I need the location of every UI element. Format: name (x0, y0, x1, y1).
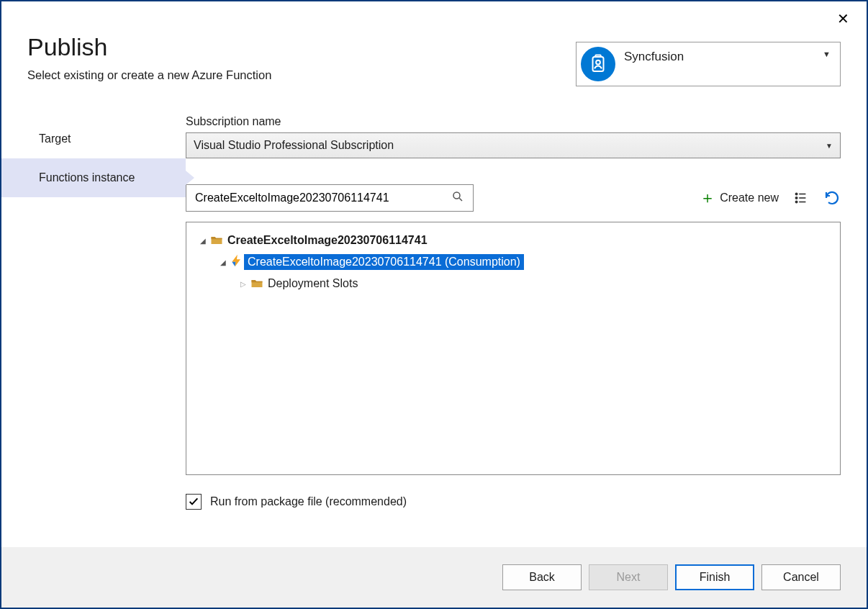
function-app-node[interactable]: CreateExceltoImage20230706114741 (Consum… (244, 254, 524, 270)
account-badge-icon (581, 47, 615, 81)
dialog-footer: Back Next Finish Cancel (1, 547, 867, 608)
sidebar-item-label: Functions instance (39, 171, 135, 184)
back-button[interactable]: Back (502, 564, 582, 590)
create-new-button[interactable]: ＋ Create new (700, 187, 779, 209)
svg-point-3 (795, 193, 797, 194)
expander-icon[interactable]: ▷ (237, 280, 250, 288)
plus-icon: ＋ (700, 187, 715, 209)
subscription-dropdown[interactable]: Visual Studio Professional Subscription … (186, 132, 841, 158)
resource-group-node[interactable]: CreateExceltoImage20230706114741 (224, 233, 431, 248)
search-input-container[interactable] (186, 184, 474, 212)
close-icon[interactable]: ✕ (837, 12, 849, 26)
search-icon[interactable] (451, 190, 466, 206)
sidebar-item-target[interactable]: Target (1, 119, 186, 158)
account-selector[interactable]: Syncfusion ▼ (576, 42, 841, 86)
main-panel: Subscription name Visual Studio Professi… (186, 115, 867, 547)
chevron-down-icon: ▼ (826, 142, 833, 150)
wizard-sidebar: Target Functions instance (1, 115, 186, 547)
deployment-slots-node[interactable]: Deployment Slots (264, 276, 361, 292)
svg-point-2 (453, 192, 460, 199)
function-app-icon (230, 253, 244, 271)
next-button: Next (589, 564, 668, 590)
view-options-icon[interactable] (793, 190, 809, 206)
sidebar-item-label: Target (39, 132, 71, 145)
refresh-icon[interactable] (823, 189, 841, 207)
account-name: Syncfusion (624, 48, 814, 64)
search-input[interactable] (194, 191, 451, 205)
svg-point-4 (795, 197, 797, 199)
folder-icon (209, 233, 224, 248)
page-title: Publish (27, 33, 271, 61)
subscription-value: Visual Studio Professional Subscription (194, 139, 394, 152)
expander-icon[interactable]: ◢ (196, 237, 209, 245)
subscription-label: Subscription name (186, 115, 841, 128)
expander-icon[interactable]: ◢ (217, 258, 230, 266)
create-new-label: Create new (720, 191, 779, 204)
sidebar-item-functions-instance[interactable]: Functions instance (1, 158, 186, 197)
run-from-package-checkbox[interactable] (186, 494, 202, 510)
folder-icon (250, 276, 264, 291)
svg-point-1 (596, 60, 600, 65)
svg-point-5 (795, 201, 797, 202)
resource-tree[interactable]: ◢ CreateExceltoImage20230706114741 ◢ Cre… (186, 222, 841, 475)
finish-button[interactable]: Finish (675, 564, 754, 590)
chevron-down-icon[interactable]: ▼ (823, 45, 836, 58)
dialog-header: Publish Select existing or create a new … (1, 1, 867, 86)
publish-dialog: ✕ Publish Select existing or create a ne… (0, 0, 868, 609)
run-from-package-label: Run from package file (recommended) (210, 495, 407, 508)
cancel-button[interactable]: Cancel (761, 564, 841, 590)
page-subtitle: Select existing or create a new Azure Fu… (27, 68, 271, 82)
